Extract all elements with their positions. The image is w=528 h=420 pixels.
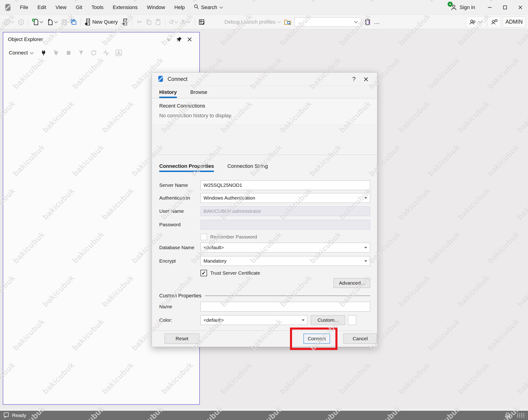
watermark-text: bakicubuk <box>219 360 254 396</box>
reset-button[interactable]: Reset <box>165 334 199 344</box>
menu-extensions[interactable]: Extensions <box>108 0 142 15</box>
close-button[interactable] <box>513 0 528 15</box>
advanced-button[interactable]: Advanced... <box>334 278 370 288</box>
chevron-down-icon[interactable] <box>54 20 58 24</box>
menu-help[interactable]: Help <box>170 0 189 15</box>
user-settings-button[interactable] <box>488 16 501 28</box>
database-name-dropdown[interactable]: <default> <box>201 243 370 252</box>
help-button[interactable]: ? <box>348 74 360 84</box>
watermark-text: bakicubuk <box>516 273 528 309</box>
navigate-back-button[interactable] <box>2 17 16 27</box>
folder-search-icon[interactable] <box>283 17 292 27</box>
status-bar: Ready <box>0 411 528 420</box>
chevron-down-icon[interactable] <box>11 20 15 24</box>
user-name-field: BAKICUBUK\administrator <box>201 206 370 216</box>
watermark-text: bakicubuk <box>516 360 528 396</box>
custom-name-input[interactable] <box>201 302 370 312</box>
notifications-bell-icon[interactable] <box>504 411 511 419</box>
database-project-icon[interactable] <box>363 17 372 27</box>
tab-history[interactable]: History <box>159 89 177 98</box>
results-grid-icon[interactable] <box>197 17 206 27</box>
redo-button[interactable]: ↻ <box>180 17 192 27</box>
watermark-text: bakicubuk <box>426 230 462 265</box>
toolbar-combobox[interactable] <box>294 17 361 27</box>
menu-edit[interactable]: Edit <box>33 0 51 15</box>
open-query-button[interactable] <box>120 17 130 27</box>
server-name-label: Server Name <box>159 180 201 190</box>
color-label: Color: <box>159 315 201 325</box>
chevron-down-icon <box>30 50 34 54</box>
cancel-button[interactable]: Cancel <box>344 334 377 344</box>
menu-tools[interactable]: Tools <box>87 0 108 15</box>
search-label: Search <box>201 4 217 11</box>
password-label: Password <box>159 220 201 229</box>
watermark-text: bakicubuk <box>516 186 528 222</box>
sign-in-button[interactable]: + Sign in <box>450 4 475 11</box>
chevron-down-icon[interactable] <box>187 20 191 24</box>
user-accounts-button[interactable] <box>466 16 486 28</box>
admin-label: ADMIN <box>505 19 523 25</box>
save-button[interactable] <box>60 17 69 27</box>
maximize-button[interactable] <box>497 0 513 15</box>
close-icon[interactable] <box>184 34 195 45</box>
chevron-down-icon[interactable] <box>40 20 43 24</box>
dropdown-arrow-icon <box>302 319 305 321</box>
menu-file[interactable]: File <box>15 0 33 15</box>
menu-view[interactable]: View <box>51 0 71 15</box>
custom-properties-divider <box>205 296 370 296</box>
pin-icon[interactable] <box>174 34 184 45</box>
object-explorer-title: Object Explorer <box>8 36 164 42</box>
color-dropdown[interactable]: <default> <box>201 315 308 325</box>
refresh-icon[interactable] <box>88 48 99 58</box>
tab-connection-string[interactable]: Connection String <box>227 163 268 172</box>
search-control[interactable]: Search <box>193 4 224 11</box>
hierarchy-icon[interactable] <box>113 48 124 58</box>
custom-color-button[interactable]: Custom... <box>311 315 345 325</box>
new-query-button[interactable]: New Query <box>83 17 120 27</box>
copy-button[interactable] <box>144 17 154 27</box>
oe-connect-button[interactable]: Connect <box>7 50 37 56</box>
undo-button[interactable]: ↺ <box>168 17 180 27</box>
activity-monitor-icon[interactable] <box>100 48 112 58</box>
admin-button[interactable]: ADMIN <box>503 16 526 28</box>
navigate-forward-button[interactable] <box>16 17 26 27</box>
connection-property-tabs: Connection Properties Connection String <box>152 160 377 172</box>
chevron-down-icon <box>354 20 358 24</box>
filter-icon[interactable] <box>75 48 87 58</box>
connect-plug-icon[interactable] <box>38 48 49 58</box>
toolbar-overflow-button[interactable]: … <box>372 17 382 27</box>
custom-properties-heading: Custom Properties <box>159 293 201 299</box>
dropdown-arrow-icon <box>364 247 367 249</box>
tab-browse[interactable]: Browse <box>190 89 207 98</box>
menu-window[interactable]: Window <box>142 0 170 15</box>
new-file-button[interactable] <box>31 17 45 27</box>
connect-dialog-titlebar: Connect ? <box>152 72 377 86</box>
cut-button[interactable]: ✂ <box>135 17 144 27</box>
remember-password-checkbox[interactable] <box>201 234 207 240</box>
menu-git[interactable]: Git <box>71 0 87 15</box>
paste-button[interactable] <box>154 17 163 27</box>
encrypt-dropdown[interactable]: Mandatory <box>201 256 370 266</box>
stop-icon[interactable] <box>63 48 74 58</box>
watermark-text: bakicubuk <box>486 143 521 178</box>
minimize-button[interactable] <box>482 0 497 15</box>
panel-options-chevron-icon[interactable] <box>164 34 174 45</box>
connect-button[interactable]: Connect <box>303 334 330 344</box>
tab-connection-properties[interactable]: Connection Properties <box>159 163 214 172</box>
debug-launch-profiles-dropdown[interactable]: Debug Launch profiles <box>223 17 283 27</box>
encrypt-label: Encrypt <box>159 256 201 266</box>
disconnect-plug-icon[interactable] <box>50 48 62 58</box>
server-name-input[interactable] <box>201 180 370 190</box>
chevron-down-icon[interactable] <box>174 20 178 24</box>
save-all-button[interactable] <box>69 17 78 27</box>
watermark-text: bakicubuk <box>456 360 492 396</box>
authentication-dropdown[interactable]: Windows Authentication <box>201 193 370 203</box>
watermark-text: bakicubuk <box>486 317 521 352</box>
trust-server-certificate-checkbox[interactable]: ✓ <box>201 270 207 276</box>
watermark-text: bakicubuk <box>397 360 432 396</box>
dialog-close-button[interactable] <box>360 74 372 84</box>
encrypt-value: Mandatory <box>204 258 227 264</box>
resize-grip[interactable] <box>517 413 525 418</box>
open-file-button[interactable] <box>45 17 60 27</box>
watermark-text: bakicubuk <box>397 273 432 309</box>
